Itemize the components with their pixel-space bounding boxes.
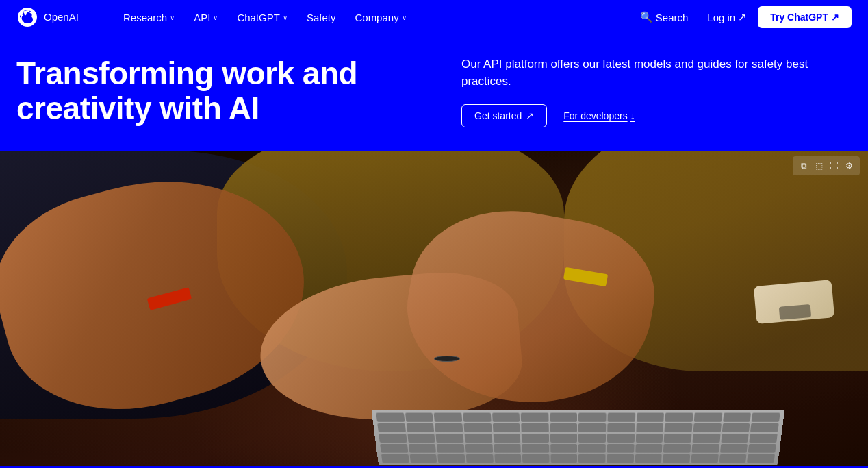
key xyxy=(691,454,719,463)
nav-actions: 🔍 Search Log in ↗ Try ChatGPT ↗ xyxy=(632,0,852,34)
hero-description: Our API platform offers our latest model… xyxy=(461,56,817,90)
nav-company[interactable]: Company ∨ xyxy=(345,0,416,34)
cta-arrow-icon: ↗ xyxy=(831,12,839,23)
key xyxy=(579,423,607,432)
key xyxy=(410,454,437,463)
key xyxy=(579,454,606,463)
key xyxy=(381,454,409,463)
key xyxy=(664,434,691,443)
login-arrow-icon: ↗ xyxy=(738,11,747,23)
api-chevron-icon: ∨ xyxy=(213,14,218,21)
settings-icon[interactable]: ⚙ xyxy=(842,159,856,173)
get-started-arrow-icon: ↗ xyxy=(526,110,534,121)
developers-arrow-icon: ↓ xyxy=(630,110,635,121)
key xyxy=(405,413,433,422)
get-started-button[interactable]: Get started ↗ xyxy=(461,104,547,127)
navigation: OpenAI Research ∨ API ∨ ChatGPT ∨ Safety… xyxy=(0,0,868,34)
key xyxy=(464,423,492,432)
laptop xyxy=(304,293,781,466)
key xyxy=(379,434,407,443)
key xyxy=(522,444,550,453)
key xyxy=(463,413,492,422)
hero-image xyxy=(0,151,868,466)
key xyxy=(407,434,435,443)
nav-safety[interactable]: Safety xyxy=(297,0,346,34)
key xyxy=(748,444,776,453)
key xyxy=(551,454,578,463)
key xyxy=(579,434,607,443)
key xyxy=(579,413,607,422)
for-developers-button[interactable]: For developers ↓ xyxy=(563,110,635,121)
key xyxy=(380,444,408,453)
hero-left: Transforming work and creativity with AI xyxy=(16,53,434,129)
key xyxy=(752,413,780,422)
key xyxy=(721,434,749,443)
key xyxy=(750,434,778,443)
hero-title: Transforming work and creativity with AI xyxy=(16,56,434,125)
key xyxy=(409,444,437,453)
key xyxy=(693,423,722,432)
key xyxy=(437,444,464,453)
openai-wordmark: OpenAI xyxy=(44,10,92,24)
key xyxy=(750,423,778,432)
key xyxy=(719,454,747,463)
key xyxy=(550,434,578,443)
key xyxy=(720,444,748,453)
key xyxy=(376,413,405,422)
svg-text:OpenAI: OpenAI xyxy=(44,11,79,23)
key xyxy=(635,444,663,453)
key xyxy=(692,444,719,453)
key xyxy=(494,454,522,463)
key xyxy=(607,434,635,443)
key xyxy=(407,423,435,432)
key xyxy=(522,454,549,463)
key xyxy=(665,413,693,422)
key xyxy=(663,454,691,463)
key xyxy=(550,413,578,422)
search-icon: 🔍 xyxy=(640,11,653,23)
key xyxy=(494,444,521,453)
logo[interactable]: OpenAI xyxy=(16,6,92,28)
key xyxy=(637,413,665,422)
key xyxy=(664,444,691,453)
image-toolbar: ⧉ ⬚ ⛶ ⚙ xyxy=(793,156,860,175)
nav-research[interactable]: Research ∨ xyxy=(114,0,184,34)
search-button[interactable]: 🔍 Search xyxy=(632,0,697,34)
expand-icon[interactable]: ⛶ xyxy=(827,159,841,173)
key xyxy=(492,413,520,422)
key xyxy=(694,413,722,422)
key xyxy=(693,434,721,443)
laptop-keyboard xyxy=(372,410,784,465)
share-icon[interactable]: ⬚ xyxy=(812,159,826,173)
key xyxy=(635,454,663,463)
key xyxy=(607,454,634,463)
key xyxy=(607,444,635,453)
hero-section: Transforming work and creativity with AI… xyxy=(0,34,868,151)
openai-logo-icon xyxy=(16,6,38,28)
try-chatgpt-button[interactable]: Try ChatGPT ↗ xyxy=(758,6,852,28)
key xyxy=(665,423,693,432)
keyboard-keys xyxy=(376,413,780,463)
key xyxy=(550,423,578,432)
scene-background xyxy=(0,151,868,466)
nav-api[interactable]: API ∨ xyxy=(184,0,227,34)
key xyxy=(636,434,663,443)
key xyxy=(608,423,635,432)
key xyxy=(435,423,463,432)
key xyxy=(436,434,464,443)
nav-links: Research ∨ API ∨ ChatGPT ∨ Safety Compan… xyxy=(114,0,632,34)
key xyxy=(466,454,494,463)
key xyxy=(608,413,636,422)
key xyxy=(465,434,492,443)
key xyxy=(378,423,406,432)
copy-icon[interactable]: ⧉ xyxy=(797,159,810,173)
chatgpt-chevron-icon: ∨ xyxy=(283,14,288,21)
image-section: ⧉ ⬚ ⛶ ⚙ xyxy=(0,151,868,466)
key xyxy=(521,413,549,422)
key xyxy=(550,444,577,453)
login-button[interactable]: Log in ↗ xyxy=(699,0,755,34)
key xyxy=(522,423,549,432)
key xyxy=(522,434,549,443)
nav-chatgpt[interactable]: ChatGPT ∨ xyxy=(227,0,297,34)
key xyxy=(465,444,493,453)
